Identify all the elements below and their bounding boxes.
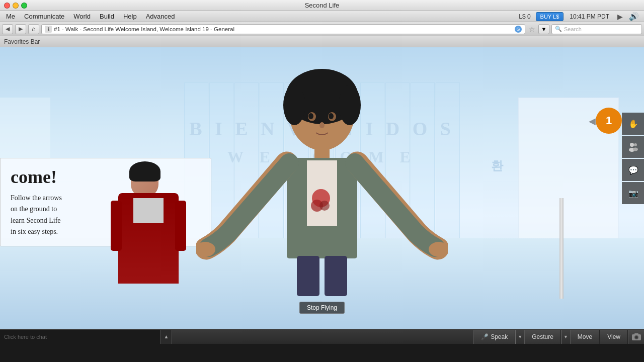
- npc-left-arm: [111, 201, 122, 251]
- snapshot-button[interactable]: [628, 330, 644, 344]
- move-button[interactable]: Move: [570, 330, 600, 344]
- hand-icon-btn[interactable]: ✋: [622, 113, 644, 135]
- npc-hair: [129, 161, 160, 182]
- forward-icon[interactable]: ▶: [615, 13, 625, 21]
- svg-point-3: [339, 85, 361, 125]
- volume-icon[interactable]: 🔊: [626, 12, 642, 21]
- speak-icon: 🎤: [481, 333, 489, 340]
- svg-point-2: [283, 85, 305, 125]
- camera-icon-btn[interactable]: 📷: [622, 182, 644, 204]
- svg-point-6: [308, 113, 313, 119]
- chat-placeholder: Click here to chat: [4, 334, 47, 340]
- bottom-toolbar: Click here to chat ▲ 🎤 Speak ▼ Gesture ▼…: [0, 329, 644, 344]
- nav-extra-button[interactable]: ▼: [538, 24, 549, 34]
- svg-point-25: [635, 336, 637, 338]
- chat-icon-btn[interactable]: 💬: [622, 159, 644, 181]
- time-display: 10:41 PM PDT: [565, 13, 614, 20]
- gesture-dropdown[interactable]: ▼: [561, 330, 570, 344]
- menu-communicate[interactable]: Communicate: [20, 12, 68, 21]
- toolbar-button-group: 🎤 Speak ▼ Gesture ▼ Move View: [473, 330, 644, 344]
- back-button[interactable]: ◀: [2, 24, 13, 34]
- favorites-label: Favorites Bar: [4, 38, 40, 45]
- home-button[interactable]: ⌂: [28, 24, 39, 34]
- npc-right-arm: [175, 201, 186, 251]
- navbar: ◀ ▶ ⌂ ℹ #1 - Walk - Second Life Welcome …: [0, 22, 644, 36]
- speak-dropdown[interactable]: ▼: [515, 330, 524, 344]
- buy-linden-button[interactable]: BUY L$: [536, 12, 564, 21]
- favorites-bar: Favorites Bar: [0, 36, 644, 47]
- maximize-button[interactable]: [21, 3, 27, 9]
- npc-figure: [108, 165, 189, 311]
- notification-badge[interactable]: 1: [596, 108, 622, 134]
- view-label: View: [607, 333, 620, 340]
- chat-input[interactable]: Click here to chat: [0, 330, 161, 344]
- titlebar: Second Life: [0, 0, 644, 11]
- svg-rect-18: [325, 256, 347, 296]
- stop-flying-label: Stop Flying: [307, 304, 337, 311]
- menubar: Me Communicate World Build Help Advanced…: [0, 11, 644, 22]
- menu-me[interactable]: Me: [2, 12, 19, 21]
- window-controls: [4, 3, 27, 9]
- svg-point-7: [329, 113, 334, 119]
- view-button[interactable]: View: [600, 330, 628, 344]
- svg-point-8: [319, 122, 325, 128]
- speak-button[interactable]: 🎤 Speak: [473, 330, 515, 344]
- stop-flying-button[interactable]: Stop Flying: [299, 302, 345, 314]
- search-icon: 🔍: [555, 26, 562, 32]
- general-badge: G: [515, 26, 522, 33]
- korean-text: 환: [491, 158, 503, 174]
- balance-display: L$ 0: [515, 13, 534, 20]
- close-button[interactable]: [4, 3, 10, 9]
- window-title: Second Life: [305, 2, 340, 9]
- svg-point-21: [634, 143, 637, 146]
- move-label: Move: [578, 333, 592, 340]
- svg-rect-26: [634, 333, 638, 335]
- address-text: #1 - Walk - Second Life Welcome Island, …: [54, 26, 513, 32]
- notif-arrow-button[interactable]: ◀: [589, 116, 596, 127]
- svg-point-14: [319, 201, 330, 211]
- chat-expand-button[interactable]: ▲: [161, 330, 172, 344]
- svg-point-19: [630, 143, 634, 147]
- search-placeholder: Search: [564, 26, 582, 32]
- notification-count: 1: [606, 114, 612, 127]
- right-panel: ✋ 💬 📷: [622, 113, 644, 204]
- info-icon: ℹ: [45, 26, 52, 33]
- light-post: [559, 198, 564, 299]
- npc-shirt: [133, 198, 164, 223]
- people-icon-btn[interactable]: [622, 136, 644, 158]
- minimize-button[interactable]: [13, 3, 19, 9]
- main-avatar: [196, 62, 448, 304]
- menu-build[interactable]: Build: [96, 12, 118, 21]
- speak-label: Speak: [491, 333, 508, 340]
- gesture-label: Gesture: [532, 333, 553, 340]
- bookmark-button[interactable]: ☆: [527, 24, 536, 34]
- forward-button[interactable]: ▶: [15, 24, 26, 34]
- search-bar[interactable]: 🔍 Search: [551, 24, 642, 34]
- svg-rect-17: [297, 256, 319, 296]
- menu-advanced[interactable]: Advanced: [142, 12, 179, 21]
- menu-world[interactable]: World: [69, 12, 95, 21]
- gesture-button[interactable]: Gesture: [524, 330, 561, 344]
- address-bar[interactable]: ℹ #1 - Walk - Second Life Welcome Island…: [41, 24, 525, 34]
- menu-help[interactable]: Help: [119, 12, 141, 21]
- viewport[interactable]: B I E N V E N I D O S W E L C O M E 환 co…: [0, 47, 644, 329]
- svg-point-22: [633, 148, 638, 151]
